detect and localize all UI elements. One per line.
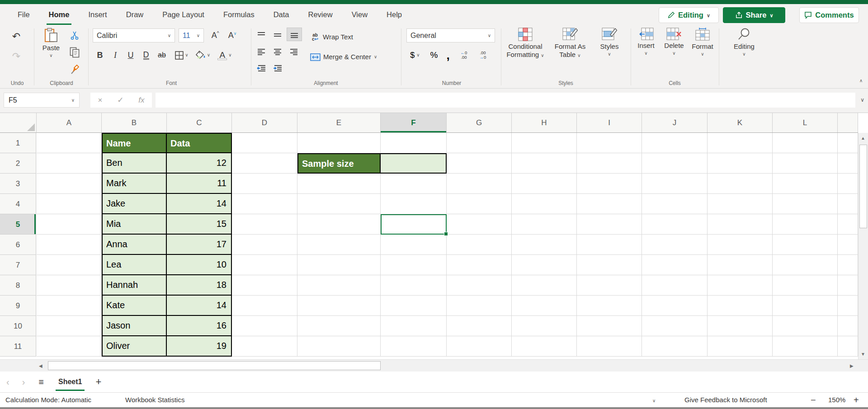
cell-C4[interactable]: 14 <box>167 194 232 214</box>
cell-A10[interactable] <box>37 316 102 336</box>
cell-F5[interactable] <box>381 214 447 235</box>
workbook-statistics-button[interactable]: Workbook Statistics <box>125 393 184 407</box>
cell-C5[interactable]: 15 <box>167 214 232 235</box>
cell-H4[interactable] <box>512 194 577 214</box>
cell-E7[interactable] <box>297 255 381 275</box>
comma-format-button[interactable]: , <box>443 47 453 63</box>
cell-A1[interactable] <box>37 133 102 153</box>
cell-C1[interactable]: Data <box>167 133 232 153</box>
cell-C11[interactable]: 19 <box>167 336 232 357</box>
column-header-D[interactable]: D <box>232 113 297 132</box>
cell-E8[interactable] <box>297 275 381 296</box>
cell-F9[interactable] <box>381 296 447 316</box>
cell-B4[interactable]: Jake <box>102 194 167 214</box>
row-header-11[interactable]: 11 <box>0 336 36 357</box>
cell-G8[interactable] <box>447 275 512 296</box>
cell-G10[interactable] <box>447 316 512 336</box>
cell-K3[interactable] <box>708 174 773 194</box>
cell-H9[interactable] <box>512 296 577 316</box>
zoom-in-button[interactable]: + <box>854 393 859 407</box>
cell-K2[interactable] <box>708 153 773 174</box>
cell-E11[interactable] <box>297 336 381 357</box>
format-as-table-button[interactable]: Format As Table ∨ <box>548 28 592 59</box>
cell-E10[interactable] <box>297 316 381 336</box>
horizontal-scrollbar[interactable]: ◀ ▶ <box>0 359 868 371</box>
cell-overflow7[interactable] <box>838 255 858 275</box>
expand-formula-bar-icon[interactable]: ∨ <box>860 97 864 103</box>
cell-C2[interactable]: 12 <box>167 153 232 174</box>
cell-H3[interactable] <box>512 174 577 194</box>
cell-B11[interactable]: Oliver <box>102 336 167 357</box>
cell-E2[interactable]: Sample size <box>297 153 381 174</box>
cell-G3[interactable] <box>447 174 512 194</box>
cell-I6[interactable] <box>577 235 642 255</box>
increase-font-size-button[interactable]: A^ <box>208 28 223 42</box>
comments-button[interactable]: Comments <box>799 7 859 23</box>
cell-B3[interactable]: Mark <box>102 174 167 194</box>
cell-G2[interactable] <box>447 153 512 174</box>
cell-E3[interactable] <box>297 174 381 194</box>
zoom-level[interactable]: 150% <box>828 393 845 407</box>
menu-draw[interactable]: Draw <box>117 4 153 25</box>
sheet-list-icon[interactable]: ≡ <box>31 377 51 387</box>
cancel-button[interactable]: × <box>98 96 102 105</box>
cell-J7[interactable] <box>642 255 708 275</box>
scroll-left-icon[interactable]: ◀ <box>39 363 42 368</box>
cell-B2[interactable]: Ben <box>102 153 167 174</box>
cell-H2[interactable] <box>512 153 577 174</box>
cell-G9[interactable] <box>447 296 512 316</box>
row-header-5[interactable]: 5 <box>0 214 36 235</box>
cell-J2[interactable] <box>642 153 708 174</box>
row-header-1[interactable]: 1 <box>0 133 36 153</box>
row-header-10[interactable]: 10 <box>0 316 36 336</box>
align-bottom-button[interactable] <box>287 28 302 41</box>
cell-D5[interactable] <box>232 214 297 235</box>
strikethrough-button[interactable]: ab <box>154 47 170 63</box>
next-sheet-icon[interactable]: › <box>16 377 32 387</box>
cell-L3[interactable] <box>773 174 838 194</box>
cell-styles-button[interactable]: Styles ∨ <box>594 28 625 56</box>
decrease-indent-button[interactable] <box>254 62 269 75</box>
cell-K6[interactable] <box>708 235 773 255</box>
decrease-font-size-button[interactable]: A∨ <box>225 28 240 42</box>
cell-overflow4[interactable] <box>838 194 858 214</box>
cell-overflow1[interactable] <box>838 133 858 153</box>
insert-cells-button[interactable]: Insert ∨ <box>633 28 659 56</box>
cell-F4[interactable] <box>381 194 447 214</box>
cell-K1[interactable] <box>708 133 773 153</box>
zoom-out-button[interactable]: − <box>811 393 816 407</box>
column-header-overflow[interactable] <box>838 113 858 132</box>
cell-L2[interactable] <box>773 153 838 174</box>
insert-function-button[interactable]: fx <box>138 96 144 105</box>
conditional-formatting-button[interactable]: Conditional Formatting ∨ <box>503 28 547 59</box>
cell-A6[interactable] <box>37 235 102 255</box>
scroll-up-icon[interactable]: ▲ <box>861 136 865 141</box>
cell-C7[interactable]: 10 <box>167 255 232 275</box>
column-header-H[interactable]: H <box>512 113 577 132</box>
cell-K8[interactable] <box>708 275 773 296</box>
editing-mode-button[interactable]: Editing ∨ <box>659 7 719 23</box>
cell-E9[interactable] <box>297 296 381 316</box>
row-header-8[interactable]: 8 <box>0 275 36 296</box>
format-cells-button[interactable]: Format ∨ <box>689 28 716 56</box>
column-header-G[interactable]: G <box>447 113 512 132</box>
menu-help[interactable]: Help <box>377 4 411 25</box>
number-format-select[interactable]: General∨ <box>406 28 495 42</box>
cell-J6[interactable] <box>642 235 708 255</box>
italic-button[interactable]: I <box>108 47 123 63</box>
column-header-A[interactable]: A <box>37 113 102 132</box>
cell-G7[interactable] <box>447 255 512 275</box>
cell-C8[interactable]: 18 <box>167 275 232 296</box>
cell-F10[interactable] <box>381 316 447 336</box>
menu-data[interactable]: Data <box>264 4 299 25</box>
cell-I11[interactable] <box>577 336 642 357</box>
scroll-right-icon[interactable]: ▶ <box>850 363 854 368</box>
cell-B10[interactable]: Jason <box>102 316 167 336</box>
cell-H7[interactable] <box>512 255 577 275</box>
editing-menu-button[interactable]: Editing ∨ <box>729 28 759 56</box>
menu-view[interactable]: View <box>342 4 377 25</box>
cell-K7[interactable] <box>708 255 773 275</box>
row-header-7[interactable]: 7 <box>0 255 36 275</box>
column-header-K[interactable]: K <box>708 113 773 132</box>
cell-B6[interactable]: Anna <box>102 235 167 255</box>
